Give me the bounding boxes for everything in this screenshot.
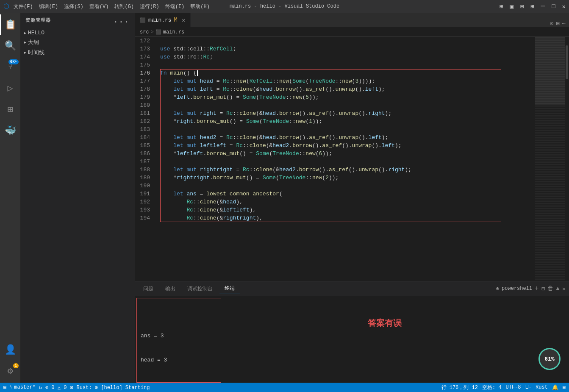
panel-tab-terminal[interactable]: 终端 (219, 283, 240, 294)
statusbar-sync[interactable]: ↻ (39, 384, 42, 391)
format-icon: ⊡ (70, 384, 73, 391)
activity-run[interactable]: ▷ (0, 78, 20, 98)
tab-main-rs[interactable]: ⬛ main.rs M ✕ (135, 13, 191, 27)
position-label: 行 176，列 12 (441, 384, 478, 391)
branch-name: master* (14, 384, 35, 390)
code-line-182: *right.borrow_mut() = Some(TreeNode::new… (160, 117, 535, 125)
line-numbers: 172 173 174 175 176 177 178 179 180 181 … (135, 37, 157, 281)
panel-content: ans = 3 head = 3 p = 5 q = 1 -----------… (135, 296, 569, 383)
line-num: 194 (135, 214, 153, 222)
close-panel-button[interactable]: ✕ (562, 285, 566, 292)
wrong-answer-label: 答案有误 (368, 317, 402, 329)
menu-view[interactable]: 查看(V) (89, 3, 109, 10)
sidebar-header: 资源管理器 ... (20, 13, 135, 28)
statusbar-encoding[interactable]: UTF-8 (506, 384, 521, 390)
panel-tab-problems[interactable]: 问题 (138, 284, 158, 294)
statusbar-language[interactable]: Rust (536, 384, 548, 390)
panel-tabs: 问题 输出 调试控制台 终端 ⊙ powershell + ⊟ 🗑 ▲ ✕ (135, 281, 569, 296)
panel-tab-debug[interactable]: 调试控制台 (182, 284, 218, 294)
layout-icon[interactable]: ▣ (510, 3, 513, 10)
more-tabs-icon[interactable]: ⊞ (556, 20, 559, 27)
statusbar-rust-info[interactable]: Rust: ⚙ [hello] Starting (77, 384, 150, 391)
vertical-scrollbar[interactable] (565, 37, 569, 281)
line-num: 193 (135, 206, 153, 214)
statusbar-spaces[interactable]: 空格: 4 (482, 384, 502, 391)
progress-circle: 61% (538, 348, 561, 370)
statusbar-feedback[interactable]: 🔔 (552, 384, 558, 391)
line-num: 177 (135, 77, 153, 85)
code-content[interactable]: use std::cell::RefCell; use std::rc::Rc;… (157, 37, 535, 281)
statusbar-remote[interactable]: ⊞ (3, 384, 6, 391)
line-num: 182 (135, 117, 153, 125)
activity-settings[interactable]: ⚙ 1 (0, 361, 20, 381)
activity-docker[interactable]: 🐳 (0, 120, 20, 141)
activity-git[interactable]: ⑂ 6K+ (0, 57, 20, 77)
code-line-172 (160, 37, 535, 45)
menu-bar: 文件(F) 编辑(E) 选择(S) 查看(V) 转到(G) 运行(R) 终端(I… (14, 3, 210, 10)
split-editor-icon[interactable]: ⊙ (550, 20, 553, 27)
statusbar-errors[interactable]: ⊗ 0 △ 0 (45, 384, 67, 391)
tab-close-button[interactable]: ✕ (182, 17, 185, 24)
chevron-right-icon: ▶ (24, 50, 26, 55)
statusbar-position[interactable]: 行 176，列 12 (441, 384, 478, 391)
settings-badge: 1 (13, 363, 19, 368)
win-minimize-button[interactable]: ─ (541, 3, 545, 10)
encoding-label: UTF-8 (506, 384, 521, 390)
statusbar-line-ending[interactable]: LF (525, 384, 531, 390)
sidebar-item-label: 大纲 (28, 39, 130, 46)
chevron-right-icon: ▶ (24, 40, 26, 45)
line-num: 174 (135, 53, 153, 61)
menu-select[interactable]: 选择(S) (64, 3, 83, 10)
remote-icon: ⊞ (3, 384, 6, 391)
sidebar-item-outline[interactable]: ▶ 大纲 (20, 37, 135, 47)
statusbar: ⊞ ⑂ master* ↻ ⊗ 0 △ 0 ⊡ Rust: ⚙ [hello] … (0, 383, 569, 392)
menu-goto[interactable]: 转到(G) (114, 3, 134, 10)
panel: 问题 输出 调试控制台 终端 ⊙ powershell + ⊟ 🗑 ▲ ✕ (135, 281, 569, 383)
statusbar-remote-right[interactable]: ⊞ (563, 384, 566, 391)
sidebar-item-timeline[interactable]: ▶ 时间线 (20, 47, 135, 58)
breadcrumb-file[interactable]: main.rs (163, 29, 184, 35)
line-num: 187 (135, 158, 153, 166)
activity-explorer[interactable]: 📋 (0, 14, 20, 35)
code-line-174: use std::rc::Rc; (160, 53, 535, 61)
statusbar-format[interactable]: ⊡ (70, 384, 73, 391)
layout3-icon[interactable]: ⊞ (530, 3, 534, 10)
add-terminal-button[interactable]: + (535, 285, 539, 292)
file-icon-small: ⬛ (155, 29, 161, 35)
more-actions-icon[interactable]: ⋯ (562, 20, 566, 27)
activity-search[interactable]: 🔍 (0, 36, 20, 56)
terminal-output[interactable]: ans = 3 head = 3 p = 5 q = 1 -----------… (135, 296, 569, 383)
menu-help[interactable]: 帮助(H) (190, 3, 210, 10)
maximize-panel-button[interactable]: ▲ (556, 285, 559, 292)
statusbar-left: ⊞ ⑂ master* ↻ ⊗ 0 △ 0 ⊡ Rust: ⚙ [hello] … (3, 384, 150, 391)
menu-run[interactable]: 运行(R) (140, 3, 159, 10)
breadcrumb-src[interactable]: src (140, 29, 149, 35)
sidebar-more-button[interactable]: ... (114, 16, 130, 25)
code-editor[interactable]: 172 173 174 175 176 177 178 179 180 181 … (135, 37, 569, 281)
line-num: 176 (135, 69, 153, 77)
sidebar-item-hello[interactable]: ▶ HELLO (20, 28, 135, 37)
remote-icon[interactable]: ⊞ (500, 3, 503, 10)
files-icon: 📋 (5, 19, 16, 31)
menu-edit[interactable]: 编辑(E) (39, 3, 58, 10)
activity-extensions[interactable]: ⊞ (0, 99, 20, 120)
feedback-icon: 🔔 (552, 384, 558, 391)
panel-tab-output[interactable]: 输出 (160, 284, 180, 294)
win-restore-button[interactable]: □ (552, 3, 555, 10)
account-icon: 👤 (5, 344, 16, 356)
code-line-181: let mut right = Rc::clone(&head.borrow()… (160, 109, 535, 117)
statusbar-branch[interactable]: ⑂ master* (10, 384, 35, 390)
split-terminal-icon[interactable]: ⊟ (541, 285, 545, 292)
layout2-icon[interactable]: ⊟ (520, 3, 524, 10)
menu-terminal[interactable]: 终端(I) (165, 3, 185, 10)
code-line-173: use std::cell::RefCell; (160, 45, 535, 53)
activity-account[interactable]: 👤 (0, 339, 20, 360)
scrollbar-thumb[interactable] (566, 45, 568, 79)
win-close-button[interactable]: ✕ (562, 3, 566, 10)
code-line-183 (160, 125, 535, 133)
rust-file-icon: ⬛ (140, 17, 146, 23)
menu-file[interactable]: 文件(F) (14, 3, 33, 10)
kill-terminal-button[interactable]: 🗑 (547, 285, 553, 292)
panel-right-actions: ⊙ powershell + ⊟ 🗑 ▲ ✕ (496, 285, 566, 292)
sidebar-item-label: 时间线 (28, 49, 130, 56)
